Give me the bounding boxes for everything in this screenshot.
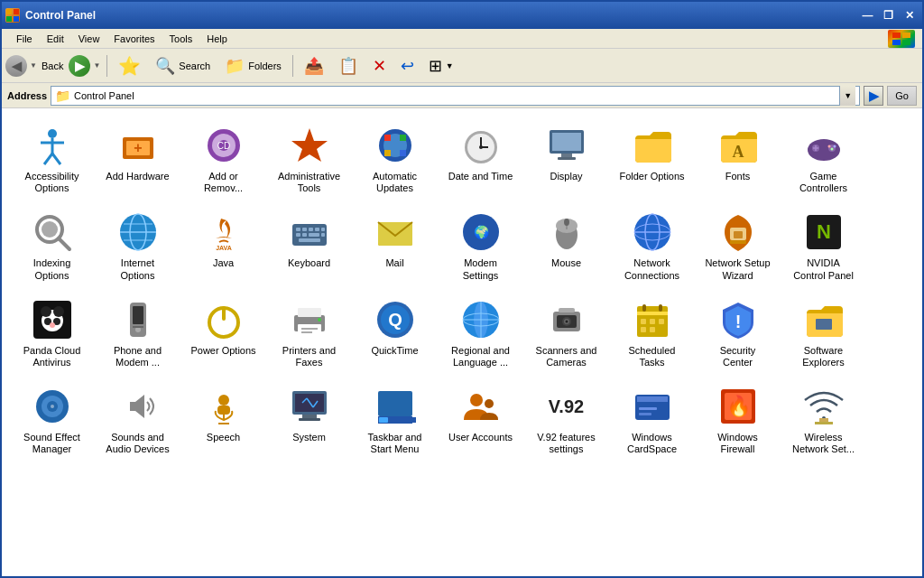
phone-and-modem-icon [116,298,160,341]
regional-and-language-label: Regional and Language ... [451,345,510,368]
title-controls: — ❐ ✕ [858,6,919,25]
icon-item-keyboard[interactable]: Keyboard [266,202,352,289]
icon-item-accessibility-options[interactable]: Accessibility Options [9,116,95,202]
icon-item-v92-features-settings[interactable]: V.92V.92 features settings [523,377,609,463]
icon-item-panda-cloud-antivirus[interactable]: Panda Cloud Antivirus [9,290,95,377]
back-button[interactable]: ◀ [5,55,27,77]
svg-point-129 [51,405,54,408]
icon-item-taskbar-and-start-menu[interactable]: Taskbar and Start Menu [352,377,438,463]
search-button[interactable]: 🔍 Search [149,52,217,79]
windows-firewall-icon: 🔥 [716,385,760,428]
svg-rect-60 [296,233,300,237]
folders-button[interactable]: 📁 Folders [218,52,288,79]
svg-text:🔥: 🔥 [725,394,751,418]
icon-item-speech[interactable]: Speech [180,377,266,463]
icon-item-game-controllers[interactable]: Game Controllers [781,116,866,202]
icon-item-wireless-network-setup[interactable]: Wireless Network Set... [781,377,866,463]
svg-rect-131 [217,406,230,415]
forward-button[interactable]: ▶ [69,55,90,77]
menu-edit[interactable]: Edit [40,32,71,46]
svg-rect-33 [561,154,572,157]
svg-rect-150 [639,413,651,415]
icon-item-display[interactable]: Display [523,116,609,202]
icon-item-printers-and-faxes[interactable]: Printers and Faxes [266,290,352,377]
icon-item-indexing-options[interactable]: Indexing Options [9,202,95,289]
system-icon [288,385,331,428]
date-and-time-label: Date and Time [448,171,513,182]
icon-item-system[interactable]: System [266,377,352,463]
icon-item-fonts[interactable]: A Fonts [695,116,781,202]
undo-button[interactable]: ↩ [394,52,420,79]
icon-item-network-connections[interactable]: Network Connections [609,202,695,289]
svg-rect-62 [309,233,319,237]
icon-item-date-and-time[interactable]: Date and Time [438,116,523,202]
separator-1 [106,55,107,77]
sound-effect-manager-label: Sound Effect Manager [23,432,80,455]
minimize-button[interactable]: — [858,6,877,25]
icon-item-sound-effect-manager[interactable]: Sound Effect Manager [9,377,95,463]
icon-item-mail[interactable]: Mail [352,202,438,289]
svg-rect-0 [6,9,12,14]
svg-rect-123 [650,327,655,332]
v92-features-settings-icon: V.92 [545,385,588,428]
network-connections-label: Network Connections [624,257,679,281]
taskbar-and-start-menu-icon [374,385,417,428]
go-arrow-button[interactable]: ▶ [864,86,883,106]
power-options-icon [202,298,245,341]
icon-item-automatic-updates[interactable]: Automatic Updates [352,116,438,202]
icon-item-internet-options[interactable]: Internet Options [95,202,180,289]
close-button[interactable]: ✕ [900,6,919,25]
indexing-options-label: Indexing Options [33,257,71,281]
icon-item-nvidia-control-panel[interactable]: N NVIDIA Control Panel [781,202,866,289]
add-remove-programs-label: Add or Remov... [204,171,243,194]
icon-item-security-center[interactable]: ! Security Center [695,290,781,377]
icon-item-folder-options[interactable]: Folder Options [609,116,695,202]
go-button[interactable]: Go [887,86,917,106]
address-label: Address [7,90,47,101]
icon-item-sounds-and-audio-devices[interactable]: Sounds and Audio Devices [95,377,180,463]
icon-item-add-hardware[interactable]: + Add Hardware [95,116,180,202]
icon-item-quicktime[interactable]: Q QuickTime [352,290,438,377]
move-to-button[interactable]: 📤 [298,52,330,79]
speech-icon [202,385,245,428]
icon-item-add-remove-programs[interactable]: CD Add or Remov... [180,116,266,202]
delete-button[interactable]: ✕ [366,52,393,79]
menu-favorites[interactable]: Favorites [106,32,162,46]
address-input[interactable] [74,90,836,101]
icon-item-phone-and-modem[interactable]: Phone and Modem ... [95,290,180,377]
views-button[interactable]: ⊞ ▼ [422,52,460,79]
svg-rect-143 [379,417,388,423]
icon-item-network-setup-wizard[interactable]: Network Setup Wizard [695,202,781,289]
icon-item-windows-firewall[interactable]: 🔥 Windows Firewall [695,377,781,463]
separator-2 [292,55,293,77]
icon-item-software-explorers[interactable]: Software Explorers [781,290,866,377]
phone-and-modem-label: Phone and Modem ... [114,345,162,368]
svg-rect-25 [400,150,406,156]
icon-item-mouse[interactable]: Mouse [523,202,609,289]
icon-item-administrative-tools[interactable]: Administrative Tools [266,116,352,202]
menu-view[interactable]: View [71,32,107,46]
forward-dropdown[interactable]: ▼ [91,61,102,70]
icon-item-user-accounts[interactable]: User Accounts [438,377,523,463]
address-dropdown[interactable]: ▼ [839,86,855,106]
icon-item-scanners-and-cameras[interactable]: Scanners and Cameras [523,290,609,377]
icon-item-windows-cardspace[interactable]: Windows CardSpace [609,377,695,463]
favorites-button[interactable]: ⭐ [112,52,147,79]
icon-item-power-options[interactable]: Power Options [180,290,266,377]
icon-item-java[interactable]: JAVA Java [180,202,266,289]
maximize-button[interactable]: ❐ [879,6,898,25]
icon-item-regional-and-language[interactable]: Regional and Language ... [438,290,523,377]
svg-point-43 [833,145,836,148]
address-bar: Address 📁 ▼ ▶ Go [2,83,922,108]
back-dropdown[interactable]: ▼ [28,61,39,70]
svg-point-85 [53,306,64,317]
svg-text:A: A [732,143,744,161]
icon-item-scheduled-tasks[interactable]: Scheduled Tasks [609,290,695,377]
icon-item-modem-settings[interactable]: 🌍 Modem Settings [438,202,523,289]
menu-tools[interactable]: Tools [162,32,200,46]
menu-file[interactable]: File [9,32,40,46]
sounds-and-audio-devices-icon [116,385,160,428]
copy-to-button[interactable]: 📋 [332,52,365,79]
window-title: Control Panel [25,9,96,22]
menu-help[interactable]: Help [199,32,235,46]
